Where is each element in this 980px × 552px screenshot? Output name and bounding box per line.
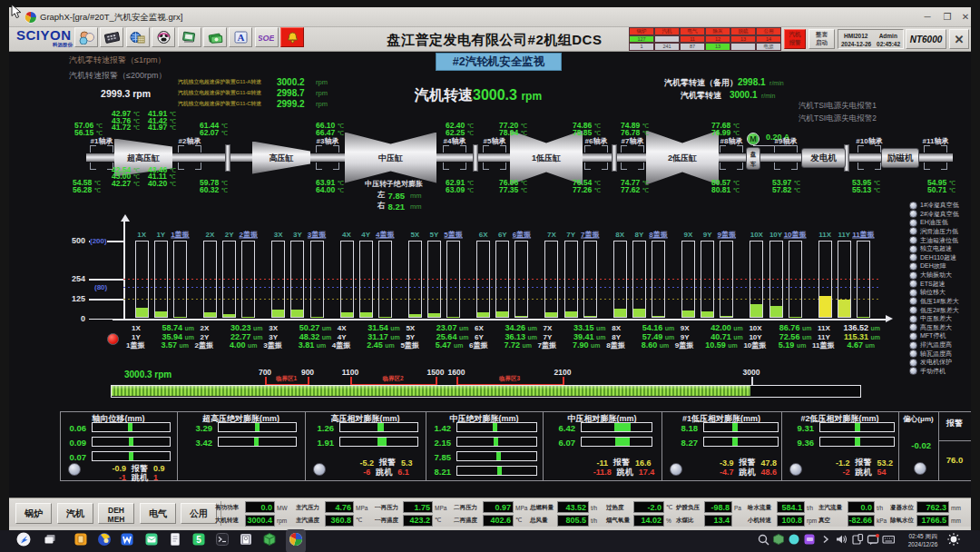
bar-category-label[interactable]: 5盖振 [444, 230, 462, 240]
alarm-grid-cell[interactable]: 13 [730, 35, 756, 44]
panel-gauge [218, 437, 297, 447]
keyboard-tray-button[interactable] [882, 533, 895, 549]
window-switcher-taskbar-button[interactable] [43, 532, 57, 550]
tray-purple-tray-button[interactable] [803, 533, 816, 549]
banknote-tool-button[interactable] [203, 27, 227, 47]
alarm-grid-cell[interactable]: 13 [705, 43, 730, 51]
bar-category-label[interactable]: 11盖振 [852, 230, 874, 240]
globe-report-tool-button[interactable] [126, 27, 150, 47]
bar-category-label[interactable]: 4X [342, 231, 351, 239]
bar-category-label[interactable]: 3X [274, 231, 283, 239]
bar-category-label[interactable]: 1X [137, 231, 146, 239]
alarm-grid-cell[interactable] [654, 35, 680, 44]
letter-a-tool-button[interactable]: A [229, 27, 252, 47]
alarm-grid-cell[interactable]: 除灰 [705, 27, 730, 35]
bar-category-label[interactable]: 4Y [361, 231, 370, 239]
bar-category-label[interactable]: 2X [205, 231, 214, 239]
alarm-grid-cell[interactable]: 127 [629, 35, 654, 44]
bar-category-label[interactable]: 2Y [225, 231, 234, 239]
bar-category-label[interactable]: 1盖振 [171, 230, 189, 240]
volume-tray-button[interactable] [835, 533, 848, 549]
alarm-grid-cell[interactable]: 汽机 [654, 27, 680, 35]
alarm-grid-cell[interactable] [730, 43, 756, 51]
alarm-grid-cell[interactable]: 14 [756, 35, 781, 44]
nav-button-0[interactable]: 锅炉 [15, 503, 52, 524]
panda-tool-button[interactable] [152, 27, 175, 47]
bar-category-label[interactable]: 7Y [566, 231, 575, 239]
nav-button-4[interactable]: 公用 [181, 503, 217, 524]
alarm-grid-cell[interactable]: 1 [629, 43, 654, 51]
bar-category-label[interactable]: 9X [684, 231, 693, 239]
alarm-bell-tool-button[interactable] [280, 27, 304, 47]
mail-taskbar-button[interactable] [144, 532, 159, 550]
field-value-box: 0.0 [245, 501, 275, 513]
bar-category-label[interactable]: 5Y [430, 231, 439, 239]
bar-category-label[interactable]: 11Y [838, 231, 850, 239]
chat-tray-button[interactable] [867, 533, 879, 549]
bar-category-label[interactable]: 3盖振 [308, 230, 326, 240]
graphx-taskbar-button[interactable] [286, 529, 306, 552]
alarm-grid-cell[interactable]: 脱硫 [730, 27, 756, 35]
panel-frame-line [781, 411, 782, 480]
bar-category-label[interactable]: 6盖振 [513, 230, 531, 240]
bar-category-label[interactable]: 5X [410, 231, 419, 239]
users-tool-button[interactable] [74, 27, 98, 47]
tray-circle-tray-button[interactable] [788, 533, 800, 549]
device-tray-button[interactable] [851, 533, 864, 549]
launcher-taskbar-button[interactable] [16, 532, 31, 550]
files-taskbar-button[interactable] [239, 532, 253, 550]
browser-taskbar-button[interactable] [97, 532, 112, 550]
bar-category-label[interactable]: 8盖振 [649, 230, 667, 240]
keypad-tool-button[interactable] [100, 27, 123, 47]
panel-gauge-marker [615, 438, 630, 446]
alarm-grid-cell[interactable]: 电源 [756, 43, 781, 51]
bar-category-label[interactable]: 7盖振 [581, 230, 599, 240]
alarm-grid-cell[interactable]: 241 [654, 43, 680, 51]
alarm-grid-cell[interactable]: 电气 [680, 27, 705, 35]
bar-category-label[interactable]: 9Y [703, 231, 712, 239]
bar-category-label[interactable]: 3Y [293, 231, 302, 239]
alarm-grid-cell[interactable]: 12 [705, 35, 730, 44]
alarm-grid-cell[interactable]: 锅炉 [629, 27, 654, 35]
exit-button[interactable]: ✕ [949, 29, 969, 49]
bar-category-label[interactable]: 10Y [769, 231, 782, 239]
app-s-taskbar-button[interactable]: 5 [191, 532, 206, 550]
soe-tool-button[interactable]: SOE [255, 27, 279, 47]
bar-category-label[interactable]: 2盖振 [239, 230, 257, 240]
bar-category-label[interactable]: 10X [750, 231, 763, 239]
bar-category-label[interactable]: 11X [818, 231, 831, 239]
search-tray-button[interactable] [757, 533, 769, 549]
alarm-grid-cell[interactable]: 11 [680, 35, 705, 44]
minimize-button[interactable]: ─ [920, 10, 935, 24]
nav-button-1[interactable]: 汽机 [57, 503, 93, 524]
bar-category-label[interactable]: 7X [547, 231, 556, 239]
bar-category-label[interactable]: 1Y [156, 231, 165, 239]
taskbar-clock[interactable]: 02:45 周四 2024/12/26 [903, 532, 943, 548]
chevron-right-tray-button[interactable] [819, 533, 832, 549]
package-taskbar-button[interactable] [262, 532, 277, 550]
bar-category-label[interactable]: 9盖振 [718, 230, 736, 240]
terminal-taskbar-button[interactable] [215, 532, 230, 550]
bar-category-label[interactable]: 8X [615, 231, 624, 239]
bar-category-label[interactable]: 6X [479, 231, 488, 239]
nav-button-3[interactable]: 电气 [140, 503, 176, 524]
wps-taskbar-button[interactable] [120, 532, 134, 550]
bar-category-label[interactable]: 10盖振 [784, 230, 807, 240]
tray-package-tray-button[interactable] [772, 533, 785, 549]
nav-button-2[interactable]: DEHMEH [98, 503, 134, 524]
docs-tool-button[interactable] [178, 27, 201, 47]
close-window-button[interactable]: ✕ [958, 10, 973, 24]
app-orange-taskbar-button[interactable] [74, 532, 88, 550]
text-doc-taskbar-button[interactable] [168, 532, 182, 550]
bar-category-label[interactable]: 6Y [498, 231, 507, 239]
bar-category-label[interactable]: 4盖振 [376, 230, 394, 240]
g11-label: 汽机独立电超速保护装置G11-C转速 [178, 100, 261, 108]
maximize-button[interactable]: ❐ [940, 10, 955, 24]
bar-category-label[interactable]: 8Y [634, 231, 643, 239]
brightness-tray-button[interactable] [947, 533, 961, 550]
alarm-grid-cell[interactable]: 87 [680, 43, 705, 51]
turbine-alarm-button[interactable]: 汽机 报警 [784, 29, 806, 49]
alarm-grid-cell[interactable]: 公用 [756, 27, 781, 35]
sequence-start-button[interactable]: 整套 启动 [808, 29, 835, 49]
bearing-bracket [483, 145, 489, 153]
